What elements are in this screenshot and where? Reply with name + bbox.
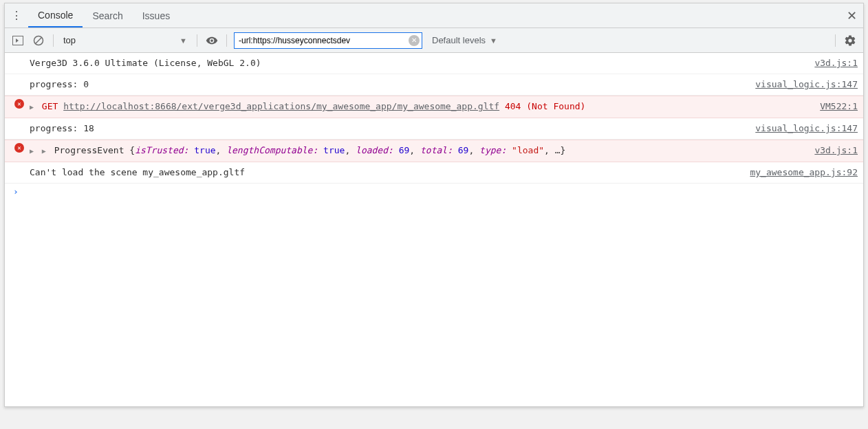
tab-console[interactable]: Console: [28, 3, 83, 28]
log-message: ▶ ▶ ProgressEvent {isTrusted: true, leng…: [30, 143, 806, 159]
toggle-sidebar-icon[interactable]: [10, 33, 25, 48]
context-selector[interactable]: top ▼: [61, 35, 190, 45]
clear-filter-icon[interactable]: ✕: [409, 35, 420, 46]
request-url[interactable]: http://localhost:8668/ext/verge3d_applic…: [63, 101, 499, 111]
error-icon: ✕: [14, 143, 24, 153]
tab-issues[interactable]: Issues: [133, 3, 180, 28]
log-levels-selector[interactable]: Default levels ▼: [428, 35, 501, 45]
log-message: ▶ GET http://localhost:8668/ext/verge3d_…: [30, 99, 812, 115]
log-message: Can't load the scene my_awesome_app.gltf: [30, 165, 741, 180]
disclosure-triangle-icon[interactable]: ▶: [42, 144, 46, 159]
settings-icon[interactable]: [843, 33, 858, 48]
devtools-panel: ⋮ Console Search Issues ✕ top ▼ ✕: [4, 3, 864, 407]
log-message: progress: 18: [30, 121, 747, 136]
chevron-down-icon: ▼: [490, 36, 497, 45]
context-label: top: [63, 35, 76, 45]
log-message: Verge3D 3.6.0 Ultimate (License, WebGL 2…: [30, 56, 806, 71]
console-toolbar: top ▼ ✕ Default levels ▼: [5, 28, 863, 53]
tab-bar: ⋮ Console Search Issues ✕: [5, 3, 863, 28]
log-entry: progress: 0 visual_logic.js:147: [5, 74, 863, 96]
source-link[interactable]: visual_logic.js:147: [755, 121, 858, 136]
log-entry-error: ✕ ▶ GET http://localhost:8668/ext/verge3…: [5, 96, 863, 118]
divider: [53, 34, 54, 47]
console-prompt[interactable]: ›: [5, 184, 863, 199]
more-menu-icon[interactable]: ⋮: [9, 8, 24, 23]
chevron-down-icon: ▼: [180, 36, 187, 45]
filter-input-wrapper: ✕: [234, 32, 422, 49]
levels-label: Default levels: [432, 35, 486, 45]
log-entry: Can't load the scene my_awesome_app.gltf…: [5, 162, 863, 184]
divider: [835, 34, 836, 47]
tab-search[interactable]: Search: [83, 3, 132, 28]
disclosure-triangle-icon[interactable]: ▶: [30, 144, 34, 159]
filter-input[interactable]: [239, 36, 406, 45]
log-entry-error: ✕ ▶ ▶ ProgressEvent {isTrusted: true, le…: [5, 140, 863, 162]
divider: [226, 34, 227, 47]
source-link[interactable]: v3d.js:1: [814, 143, 858, 158]
error-icon: ✕: [14, 99, 24, 109]
svg-line-2: [36, 37, 42, 43]
log-message: progress: 0: [30, 77, 747, 92]
log-entry: progress: 18 visual_logic.js:147: [5, 118, 863, 140]
divider: [197, 34, 197, 47]
clear-console-icon[interactable]: [31, 33, 46, 48]
source-link[interactable]: my_awesome_app.js:92: [750, 165, 858, 180]
source-link[interactable]: VM522:1: [820, 99, 858, 114]
disclosure-triangle-icon[interactable]: ▶: [30, 100, 34, 115]
log-entry: Verge3D 3.6.0 Ultimate (License, WebGL 2…: [5, 53, 863, 74]
source-link[interactable]: visual_logic.js:147: [755, 77, 858, 92]
prompt-caret-icon: ›: [9, 186, 23, 197]
console-output: Verge3D 3.6.0 Ultimate (License, WebGL 2…: [5, 53, 863, 199]
live-expression-icon[interactable]: [204, 33, 219, 48]
close-icon[interactable]: ✕: [844, 8, 859, 23]
source-link[interactable]: v3d.js:1: [814, 56, 858, 71]
